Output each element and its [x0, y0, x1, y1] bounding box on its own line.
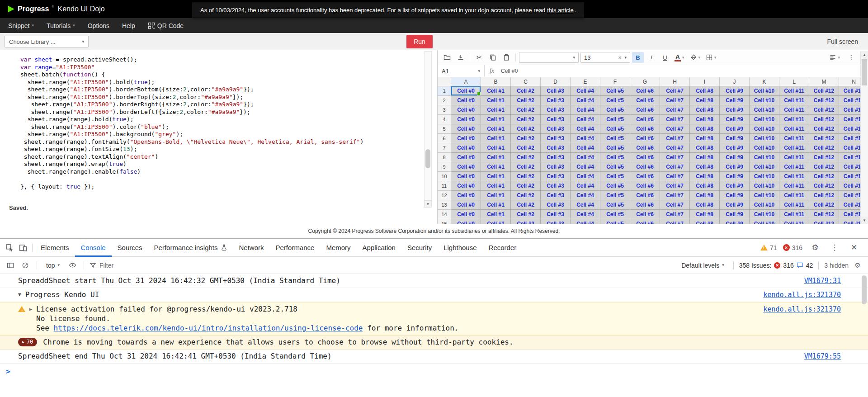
cell-C6[interactable]: Cell #2	[511, 134, 541, 143]
cell-D13[interactable]: Cell #3	[541, 200, 571, 210]
cell-N6[interactable]: Cell #13	[839, 134, 861, 143]
cell-L3[interactable]: Cell #11	[779, 105, 809, 115]
scrollbar-thumb[interactable]	[862, 59, 867, 85]
cell-B6[interactable]: Cell #1	[481, 134, 511, 143]
scroll-down-arrow[interactable]: ▼	[861, 217, 868, 224]
cell-A11[interactable]: Cell #0	[451, 181, 481, 191]
cell-C4[interactable]: Cell #2	[511, 115, 541, 124]
cell-L2[interactable]: Cell #11	[779, 96, 809, 105]
cell-L6[interactable]: Cell #11	[779, 134, 809, 143]
settings-gear-icon[interactable]: ⚙	[808, 241, 822, 255]
cell-J7[interactable]: Cell #9	[720, 143, 750, 153]
cell-G11[interactable]: Cell #6	[630, 181, 660, 191]
cell-L1[interactable]: Cell #11	[779, 86, 809, 96]
nav-help[interactable]: Help	[122, 22, 135, 29]
cell-A13[interactable]: Cell #0	[451, 200, 481, 210]
cell-L13[interactable]: Cell #11	[779, 200, 809, 210]
tab-performance-insights[interactable]: Performance insights	[148, 239, 233, 257]
cell-L7[interactable]: Cell #11	[779, 143, 809, 153]
cell-K5[interactable]: Cell #10	[750, 124, 779, 134]
cell-E9[interactable]: Cell #4	[571, 162, 600, 172]
cell-I4[interactable]: Cell #8	[690, 115, 720, 124]
cell-D2[interactable]: Cell #3	[541, 96, 571, 105]
cell-M5[interactable]: Cell #12	[809, 124, 839, 134]
cell-I15[interactable]: Cell #8	[690, 219, 720, 224]
cell-G7[interactable]: Cell #6	[630, 143, 660, 153]
cell-N13[interactable]: Cell #13	[839, 200, 861, 210]
cell-I3[interactable]: Cell #8	[690, 105, 720, 115]
cell-E2[interactable]: Cell #4	[571, 96, 600, 105]
cell-D8[interactable]: Cell #3	[541, 153, 571, 162]
cell-C14[interactable]: Cell #2	[511, 210, 541, 219]
cell-E11[interactable]: Cell #4	[571, 181, 600, 191]
license-docs-link[interactable]: https://docs.telerik.com/kendo-ui/intro/…	[54, 324, 363, 332]
cell-C10[interactable]: Cell #2	[511, 172, 541, 181]
column-header-C[interactable]: C	[511, 77, 541, 86]
cell-F10[interactable]: Cell #5	[600, 172, 630, 181]
font-size-combobox[interactable]: 13 ✕ ▾	[580, 52, 630, 63]
cell-H12[interactable]: Cell #7	[660, 191, 690, 200]
cell-H6[interactable]: Cell #7	[660, 134, 690, 143]
cell-B15[interactable]: Cell #1	[481, 219, 511, 224]
cell-G9[interactable]: Cell #6	[630, 162, 660, 172]
column-header-D[interactable]: D	[541, 77, 571, 86]
source-link[interactable]: VM1679:31	[791, 276, 841, 285]
cell-N10[interactable]: Cell #13	[839, 172, 861, 181]
cell-I10[interactable]: Cell #8	[690, 172, 720, 181]
cell-C12[interactable]: Cell #2	[511, 191, 541, 200]
nav-snippet[interactable]: Snippet ▾	[8, 22, 34, 29]
cell-M13[interactable]: Cell #12	[809, 200, 839, 210]
brand-logo[interactable]: Progress ® Kendo UI Dojo	[7, 5, 105, 13]
cell-J6[interactable]: Cell #9	[720, 134, 750, 143]
cell-D11[interactable]: Cell #3	[541, 181, 571, 191]
cell-N1[interactable]: Cell #13	[839, 86, 861, 96]
cell-B4[interactable]: Cell #1	[481, 115, 511, 124]
context-selector[interactable]: top ▾	[42, 260, 63, 270]
cell-L4[interactable]: Cell #11	[779, 115, 809, 124]
cell-L12[interactable]: Cell #11	[779, 191, 809, 200]
cell-C13[interactable]: Cell #2	[511, 200, 541, 210]
cell-K1[interactable]: Cell #10	[750, 86, 779, 96]
cell-C1[interactable]: Cell #2	[511, 86, 541, 96]
cell-M15[interactable]: Cell #12	[809, 219, 839, 224]
tab-performance[interactable]: Performance	[270, 239, 321, 257]
cell-H13[interactable]: Cell #7	[660, 200, 690, 210]
row-header-8[interactable]: 8	[438, 153, 451, 162]
console-scrollbar[interactable]	[862, 275, 867, 396]
console-settings-gear-icon[interactable]: ⚙	[852, 260, 863, 271]
cell-D12[interactable]: Cell #3	[541, 191, 571, 200]
cell-G10[interactable]: Cell #6	[630, 172, 660, 181]
cell-H14[interactable]: Cell #7	[660, 210, 690, 219]
row-header-11[interactable]: 11	[438, 181, 451, 191]
cell-E5[interactable]: Cell #4	[571, 124, 600, 134]
row-header-14[interactable]: 14	[438, 210, 451, 219]
cell-B2[interactable]: Cell #1	[481, 96, 511, 105]
cell-I11[interactable]: Cell #8	[690, 181, 720, 191]
select-all-corner[interactable]	[438, 77, 451, 86]
row-header-6[interactable]: 6	[438, 134, 451, 143]
cell-L10[interactable]: Cell #11	[779, 172, 809, 181]
row-header-7[interactable]: 7	[438, 143, 451, 153]
bold-button[interactable]: B	[632, 52, 644, 63]
cell-H2[interactable]: Cell #7	[660, 96, 690, 105]
fill-color-button[interactable]: ▾	[688, 52, 703, 63]
font-color-button[interactable]: A ▾	[673, 52, 686, 63]
cell-C15[interactable]: Cell #2	[511, 219, 541, 224]
paste-button[interactable]	[500, 52, 512, 63]
cell-C11[interactable]: Cell #2	[511, 181, 541, 191]
cell-F6[interactable]: Cell #5	[600, 134, 630, 143]
cell-A7[interactable]: Cell #0	[451, 143, 481, 153]
cell-N9[interactable]: Cell #13	[839, 162, 861, 172]
cell-G6[interactable]: Cell #6	[630, 134, 660, 143]
cell-E12[interactable]: Cell #4	[571, 191, 600, 200]
open-file-button[interactable]	[441, 52, 453, 63]
column-header-I[interactable]: I	[690, 77, 720, 86]
cell-K8[interactable]: Cell #10	[750, 153, 779, 162]
console-sidebar-icon[interactable]	[5, 260, 16, 271]
cell-N4[interactable]: Cell #13	[839, 115, 861, 124]
row-header-2[interactable]: 2	[438, 96, 451, 105]
cell-D7[interactable]: Cell #3	[541, 143, 571, 153]
cell-A12[interactable]: Cell #0	[451, 191, 481, 200]
cell-C5[interactable]: Cell #2	[511, 124, 541, 134]
cell-F3[interactable]: Cell #5	[600, 105, 630, 115]
